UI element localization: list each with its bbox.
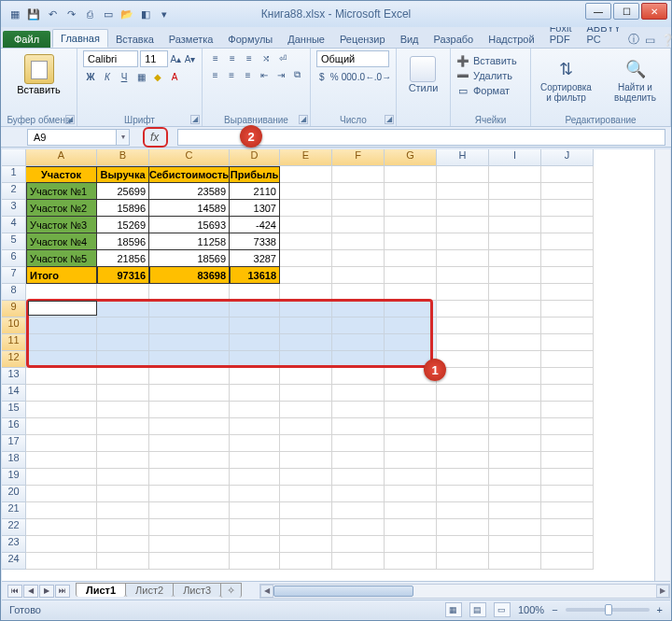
cell-B10[interactable] [97,318,149,334]
cell-F15[interactable] [332,402,385,418]
cell-J13[interactable] [541,368,594,385]
tab-review[interactable]: Рецензир [332,31,393,48]
cell-G5[interactable] [385,233,437,250]
cell-I21[interactable] [489,502,541,519]
cell-J6[interactable] [541,250,594,267]
cell-H6[interactable] [437,250,489,267]
cell-I6[interactable] [489,250,541,267]
cell-G24[interactable] [385,553,437,570]
cell-G8[interactable] [385,284,437,301]
tab-addins[interactable]: Надстрой [481,31,541,48]
cell-E8[interactable] [280,284,332,301]
cell-H19[interactable] [437,469,489,486]
cell-H1[interactable] [437,166,489,183]
cell-E4[interactable] [280,217,332,233]
cell-B21[interactable] [97,502,149,519]
cell-D15[interactable] [230,402,280,418]
cell-D24[interactable] [230,553,280,570]
cell-F16[interactable] [332,418,385,435]
cell-H15[interactable] [437,402,489,418]
name-box-dropdown-icon[interactable]: ▾ [117,129,130,146]
cell-H5[interactable] [437,233,489,250]
zoom-slider[interactable] [566,608,650,612]
cell-B13[interactable] [97,368,149,385]
row-header-5[interactable]: 5 [2,233,26,250]
cell-I9[interactable] [489,301,541,318]
cell-H2[interactable] [437,183,489,200]
cell-C14[interactable] [149,385,230,402]
cell-F7[interactable] [332,267,385,284]
find-select-button[interactable]: 🔍 Найти и выделить [607,56,665,103]
cell-B9[interactable] [97,301,149,318]
cell-F4[interactable] [332,217,385,233]
cell-B24[interactable] [97,553,149,570]
cell-G22[interactable] [385,519,437,536]
cell-B19[interactable] [97,469,149,486]
font-color-button[interactable]: A [167,69,182,84]
cell-G3[interactable] [385,200,437,217]
cell-C16[interactable] [149,418,230,435]
cell-B15[interactable] [97,402,149,418]
cell-D8[interactable] [230,284,280,301]
cell-A14[interactable] [26,385,97,402]
cell-I20[interactable] [489,486,541,502]
cell-F5[interactable] [332,233,385,250]
cell-D23[interactable] [230,536,280,553]
cell-B17[interactable] [97,435,149,452]
cell-E6[interactable] [280,250,332,267]
align-top-icon[interactable]: ≡ [208,50,223,65]
sheet-tab-2[interactable]: Лист2 [125,583,174,597]
cell-I11[interactable] [489,334,541,351]
col-header-G[interactable]: G [385,149,437,166]
cell-J1[interactable] [541,166,594,183]
cell-H3[interactable] [437,200,489,217]
cell-B22[interactable] [97,519,149,536]
cell-J16[interactable] [541,418,594,435]
cell-I1[interactable] [489,166,541,183]
format-cells-button[interactable]: ▭Формат [456,84,525,97]
align-mid-icon[interactable]: ≡ [225,50,240,65]
cell-J20[interactable] [541,486,594,502]
hscroll-thumb[interactable] [273,586,413,597]
inc-decimal-icon[interactable]: .0← [358,69,373,84]
cell-G16[interactable] [385,418,437,435]
tab-home[interactable]: Главная [52,29,108,48]
cell-D10[interactable] [230,318,280,334]
cell-E24[interactable] [280,553,332,570]
number-format-combo[interactable]: Общий [316,50,389,67]
col-header-E[interactable]: E [280,149,332,166]
tab-data[interactable]: Данные [280,31,332,48]
file-tab[interactable]: Файл [3,31,50,48]
align-center-icon[interactable]: ≡ [225,67,240,82]
underline-button[interactable]: Ч [117,69,132,84]
cell-A11[interactable] [26,334,97,351]
cell-B23[interactable] [97,536,149,553]
cell-G20[interactable] [385,486,437,502]
cell-G18[interactable] [385,452,437,469]
view-normal-icon[interactable]: ▦ [445,602,462,617]
cell-B8[interactable] [97,284,149,301]
cell-C22[interactable] [149,519,230,536]
col-header-C[interactable]: C [149,149,230,166]
cell-B20[interactable] [97,486,149,502]
cell-D16[interactable] [230,418,280,435]
row-header-9[interactable]: 9 [2,301,26,318]
cell-E2[interactable] [280,183,332,200]
row-header-16[interactable]: 16 [2,418,26,435]
cell-A24[interactable] [26,553,97,570]
cell-J22[interactable] [541,519,594,536]
cell-J3[interactable] [541,200,594,217]
cell-A20[interactable] [26,486,97,502]
percent-icon[interactable]: % [329,69,341,84]
border-button[interactable]: ▦ [133,69,148,84]
row-header-4[interactable]: 4 [2,217,26,233]
cell-G21[interactable] [385,502,437,519]
cell-H23[interactable] [437,536,489,553]
cell-G10[interactable] [385,318,437,334]
cell-F6[interactable] [332,250,385,267]
italic-button[interactable]: К [100,69,115,84]
cell-E14[interactable] [280,385,332,402]
cell-I24[interactable] [489,553,541,570]
cell-G23[interactable] [385,536,437,553]
sort-filter-button[interactable]: ⇅ Сортировка и фильтр [538,56,595,103]
